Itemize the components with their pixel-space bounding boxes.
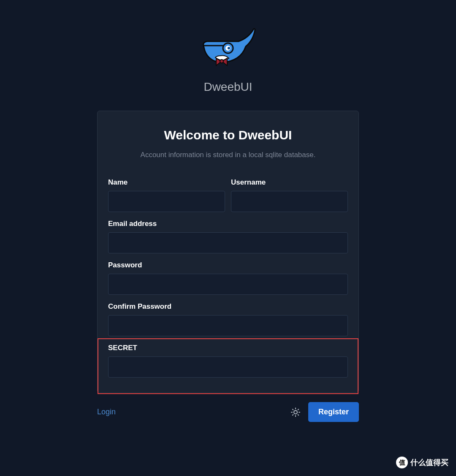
app-title: DweebUI <box>204 80 252 94</box>
footer: Login Register <box>97 402 359 422</box>
name-label: Name <box>108 178 225 187</box>
username-input[interactable] <box>231 191 348 212</box>
theme-toggle-button[interactable] <box>290 407 301 417</box>
card-subtitle: Account information is stored in a local… <box>108 151 348 159</box>
confirm-password-label: Confirm Password <box>108 302 348 311</box>
sun-icon <box>290 407 301 417</box>
svg-line-8 <box>293 409 293 409</box>
email-label: Email address <box>108 220 348 228</box>
email-input[interactable] <box>108 232 348 253</box>
logo-section: DweebUI <box>198 25 258 94</box>
watermark-badge-icon: 值 <box>396 457 408 468</box>
svg-line-13 <box>298 409 299 409</box>
whale-logo-icon <box>198 25 258 76</box>
login-link[interactable]: Login <box>97 408 116 416</box>
registration-card: Welcome to DweebUI Account information i… <box>97 111 359 393</box>
confirm-password-input[interactable] <box>108 315 348 336</box>
register-button[interactable]: Register <box>308 402 359 422</box>
secret-label: SECRET <box>108 344 348 352</box>
svg-point-5 <box>294 411 297 414</box>
watermark-text: 什么值得买 <box>410 457 448 468</box>
svg-line-9 <box>298 414 299 415</box>
name-input[interactable] <box>108 191 225 212</box>
svg-point-0 <box>220 60 223 63</box>
svg-point-4 <box>228 47 230 49</box>
watermark: 值 什么值得买 <box>396 457 448 468</box>
username-label: Username <box>231 178 348 187</box>
password-input[interactable] <box>108 274 348 295</box>
svg-line-12 <box>293 414 293 415</box>
secret-input[interactable] <box>108 356 348 378</box>
password-label: Password <box>108 261 348 269</box>
card-heading: Welcome to DweebUI <box>108 128 348 142</box>
